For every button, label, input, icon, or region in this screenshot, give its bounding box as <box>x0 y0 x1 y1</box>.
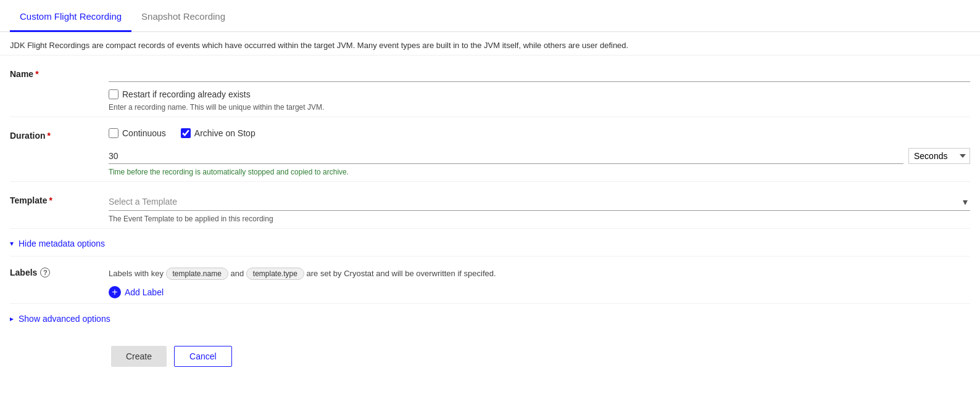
template-row: Template* Select a Template ▾ The Event … <box>10 182 970 229</box>
restart-checkbox[interactable] <box>109 89 118 99</box>
form-description: JDK Flight Recordings are compact record… <box>0 32 980 55</box>
labels-tag-template-name: template.name <box>166 268 228 280</box>
unit-select[interactable]: Seconds Minutes Hours <box>908 148 970 164</box>
hide-metadata-toggle[interactable]: ▾ Hide metadata options <box>10 229 970 256</box>
add-label-button[interactable]: + Add Label <box>109 286 164 298</box>
tab-snapshot[interactable]: Snapshot Recording <box>131 0 235 32</box>
template-select[interactable]: Select a Template <box>109 193 970 210</box>
duration-input-row: Seconds Minutes Hours <box>109 148 970 164</box>
labels-label: Labels ? <box>10 268 109 277</box>
duration-checkboxes: Continuous Archive on Stop <box>109 128 970 142</box>
archive-on-stop-label: Archive on Stop <box>194 128 255 138</box>
labels-info: Labels with key template.name and templa… <box>109 268 970 280</box>
labels-row: Labels ? Labels with key template.name a… <box>10 256 970 304</box>
duration-row: Duration* Continuous Archive on Stop <box>10 117 970 182</box>
add-label-text: Add Label <box>125 287 164 297</box>
restart-checkbox-row: Restart if recording already exists <box>109 89 970 99</box>
duration-green-hint: Time before the recording is automatical… <box>109 168 970 176</box>
form-body: Name* Restart if recording already exist… <box>0 55 980 331</box>
tabs-bar: Custom Flight Recording Snapshot Recordi… <box>0 0 980 32</box>
continuous-checkbox-row: Continuous <box>109 128 166 138</box>
name-content: Restart if recording already exists Ente… <box>109 67 970 112</box>
continuous-label: Continuous <box>122 128 166 138</box>
page-container: Custom Flight Recording Snapshot Recordi… <box>0 0 980 418</box>
show-advanced-chevron: ▸ <box>10 314 14 323</box>
archive-on-stop-checkbox[interactable] <box>181 128 191 138</box>
duration-label: Duration* <box>10 128 109 141</box>
create-button[interactable]: Create <box>111 346 167 367</box>
tab-custom-flight[interactable]: Custom Flight Recording <box>10 0 131 32</box>
template-select-wrapper: Select a Template ▾ <box>109 193 970 211</box>
template-hint: The Event Template to be applied in this… <box>109 215 970 223</box>
template-content: Select a Template ▾ The Event Template t… <box>109 193 970 223</box>
name-row: Name* Restart if recording already exist… <box>10 55 970 117</box>
labels-help-icon[interactable]: ? <box>40 268 50 277</box>
cancel-button[interactable]: Cancel <box>174 346 232 367</box>
show-advanced-label: Show advanced options <box>19 314 110 324</box>
name-input[interactable] <box>109 67 970 82</box>
hide-metadata-chevron: ▾ <box>10 239 14 248</box>
duration-input-wrapper <box>109 149 903 164</box>
add-label-icon: + <box>109 286 121 298</box>
restart-checkbox-label: Restart if recording already exists <box>122 89 251 99</box>
labels-tag-template-type: template.type <box>246 268 304 280</box>
hide-metadata-label: Hide metadata options <box>19 239 105 248</box>
duration-content: Continuous Archive on Stop Seconds Minut… <box>109 128 970 176</box>
restart-hint: Enter a recording name. This will be uni… <box>109 103 970 112</box>
continuous-checkbox[interactable] <box>109 128 118 138</box>
name-label: Name* <box>10 67 109 79</box>
archive-on-stop-checkbox-row: Archive on Stop <box>181 128 255 138</box>
show-advanced-toggle[interactable]: ▸ Show advanced options <box>10 304 970 331</box>
labels-content: Labels with key template.name and templa… <box>109 268 970 298</box>
duration-input[interactable] <box>109 149 903 164</box>
template-label: Template* <box>10 193 109 205</box>
button-row: Create Cancel <box>0 331 980 382</box>
